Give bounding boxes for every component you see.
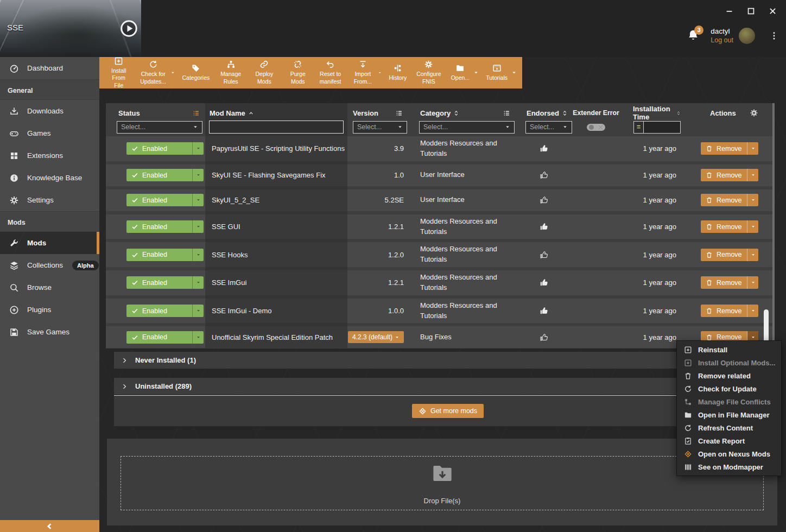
extender-error-toggle[interactable] xyxy=(587,124,605,131)
enabled-toggle-button[interactable]: Enabled xyxy=(126,169,204,181)
status-dropdown[interactable] xyxy=(193,252,204,257)
status-dropdown[interactable] xyxy=(193,280,204,285)
enabled-toggle-button[interactable]: Enabled xyxy=(126,220,204,233)
status-dropdown[interactable] xyxy=(193,224,204,229)
mod-name-cell[interactable]: SSE Hooks xyxy=(205,242,347,267)
caret-down-icon[interactable] xyxy=(473,70,479,75)
enabled-toggle-button[interactable]: Enabled xyxy=(126,249,204,261)
context-menu-item[interactable]: Refresh Content xyxy=(677,421,781,434)
table-settings-gear-icon[interactable] xyxy=(750,109,758,117)
toolbar-button[interactable]: Manage Rules xyxy=(214,57,247,88)
column-header[interactable]: Installation Time xyxy=(620,106,681,120)
mod-name-filter-input[interactable] xyxy=(209,121,344,134)
notifications-button[interactable]: 3 xyxy=(687,29,700,43)
context-menu-item[interactable]: Open in File Manager xyxy=(677,408,781,421)
toolbar-button[interactable]: Install From File xyxy=(103,57,135,88)
filter-select[interactable]: Select... xyxy=(525,121,572,134)
caret-down-icon[interactable] xyxy=(170,70,175,75)
remove-dropdown[interactable] xyxy=(747,142,758,155)
caret-down-icon[interactable] xyxy=(511,70,517,75)
sidebar-item[interactable]: Downloads xyxy=(0,100,99,122)
mod-name-cell[interactable]: SkyUI SE - Flashing Savegames Fix xyxy=(205,164,347,186)
toolbar-button[interactable]: Purge Mods xyxy=(282,57,314,88)
enabled-toggle-button[interactable]: Enabled xyxy=(126,276,204,289)
enabled-toggle-button[interactable]: Enabled xyxy=(126,194,204,206)
context-menu-item[interactable]: Check for Update xyxy=(677,382,781,395)
filter-select[interactable]: Select... xyxy=(353,121,407,134)
sidebar-item[interactable]: Browse xyxy=(0,276,99,299)
sidebar-item[interactable]: Plugins xyxy=(0,299,99,321)
status-dropdown[interactable] xyxy=(193,146,204,151)
remove-dropdown[interactable] xyxy=(747,305,758,317)
avatar[interactable] xyxy=(739,28,755,44)
remove-button[interactable]: Remove xyxy=(701,142,758,155)
caret-down-icon[interactable] xyxy=(378,70,382,75)
enabled-toggle-button[interactable]: Enabled xyxy=(126,142,204,155)
logout-link[interactable]: Log out xyxy=(711,36,733,44)
enabled-toggle-button[interactable]: Enabled xyxy=(126,305,204,317)
toolbar-button[interactable]: Configure FNIS xyxy=(411,57,446,88)
sidebar-item[interactable]: Extensions xyxy=(0,144,99,167)
remove-button[interactable]: Remove xyxy=(701,276,758,289)
group-list-icon[interactable] xyxy=(193,110,200,117)
status-dropdown[interactable] xyxy=(193,173,204,178)
enabled-toggle-button[interactable]: Enabled xyxy=(126,331,204,344)
mod-name-cell[interactable]: SkyUI_5_2_SE xyxy=(205,189,347,211)
sidebar-item[interactable]: Settings xyxy=(0,189,99,211)
column-header[interactable]: Version xyxy=(347,106,408,120)
close-icon[interactable] xyxy=(768,7,777,16)
context-menu-item[interactable]: Create Report xyxy=(677,434,781,447)
toolbar-button[interactable]: Reset to manifest xyxy=(314,57,347,88)
remove-dropdown[interactable] xyxy=(747,276,758,289)
group-list-icon[interactable] xyxy=(503,110,510,117)
thumbs-up-filled-icon[interactable] xyxy=(540,278,549,287)
column-header[interactable]: Actions xyxy=(681,106,767,120)
toolbar-button[interactable]: Tutorials xyxy=(481,57,519,88)
context-menu-item[interactable]: Manage File Conflicts xyxy=(677,395,781,408)
sidebar-item[interactable]: Mods xyxy=(0,232,99,254)
remove-dropdown[interactable] xyxy=(747,169,758,181)
filter-select[interactable]: Select... xyxy=(117,121,202,134)
remove-dropdown[interactable] xyxy=(747,194,758,206)
context-menu-item[interactable]: See on Modmapper xyxy=(677,460,781,473)
column-header[interactable]: Category xyxy=(408,106,516,120)
filter-select[interactable]: Select... xyxy=(419,121,515,134)
mod-name-cell[interactable]: PapyrusUtil SE - Scripting Utility Funct… xyxy=(205,136,347,161)
get-more-mods-button[interactable]: Get more mods xyxy=(412,404,484,418)
remove-dropdown[interactable] xyxy=(747,249,758,261)
thumbs-up-filled-icon[interactable] xyxy=(540,306,549,315)
thumbs-up-outline-icon[interactable] xyxy=(540,170,549,180)
thumbs-up-filled-icon[interactable] xyxy=(540,222,549,231)
sidebar-item[interactable]: Knowledge Base xyxy=(0,167,99,189)
column-header[interactable]: Mod Name xyxy=(205,106,347,120)
thumbs-up-outline-icon[interactable] xyxy=(540,250,549,259)
mod-name-cell[interactable]: SSE GUI xyxy=(205,214,347,239)
context-menu-item[interactable]: Open on Nexus Mods xyxy=(677,447,781,460)
toolbar-button[interactable]: Open... xyxy=(446,57,481,88)
mod-name-cell[interactable]: SSE ImGui xyxy=(205,270,347,295)
thumbs-up-outline-icon[interactable] xyxy=(540,333,549,342)
equals-operator-button[interactable]: = xyxy=(633,121,644,134)
remove-dropdown[interactable] xyxy=(747,220,758,233)
mod-name-cell[interactable]: SSE ImGui - Demo xyxy=(205,299,347,324)
remove-button[interactable]: Remove xyxy=(701,169,758,181)
sidebar-item[interactable]: Collections Alpha xyxy=(0,254,99,276)
column-header[interactable]: Endorsed xyxy=(516,106,572,120)
remove-button[interactable]: Remove xyxy=(701,194,758,206)
toolbar-button[interactable]: Categories xyxy=(178,57,215,88)
remove-button[interactable]: Remove xyxy=(701,305,758,317)
thumbs-up-filled-icon[interactable] xyxy=(540,144,549,153)
sidebar-collapse-button[interactable] xyxy=(0,520,99,532)
context-menu-item[interactable]: Install Optional Mods... xyxy=(677,356,781,369)
status-dropdown[interactable] xyxy=(193,335,204,340)
version-dropdown-button[interactable]: 4.2.3 (default) xyxy=(348,331,404,343)
installation-time-filter-input[interactable] xyxy=(644,121,681,134)
play-game-icon[interactable] xyxy=(120,20,138,37)
thumbs-up-outline-icon[interactable] xyxy=(540,195,549,205)
status-dropdown[interactable] xyxy=(193,198,204,202)
sidebar-item[interactable]: Save Games xyxy=(0,321,99,343)
toolbar-button[interactable]: Check for Updates... xyxy=(135,57,178,88)
kebab-menu-icon[interactable] xyxy=(769,30,779,41)
toolbar-button[interactable]: Import From... xyxy=(346,57,384,88)
remove-button[interactable]: Remove xyxy=(701,249,758,261)
